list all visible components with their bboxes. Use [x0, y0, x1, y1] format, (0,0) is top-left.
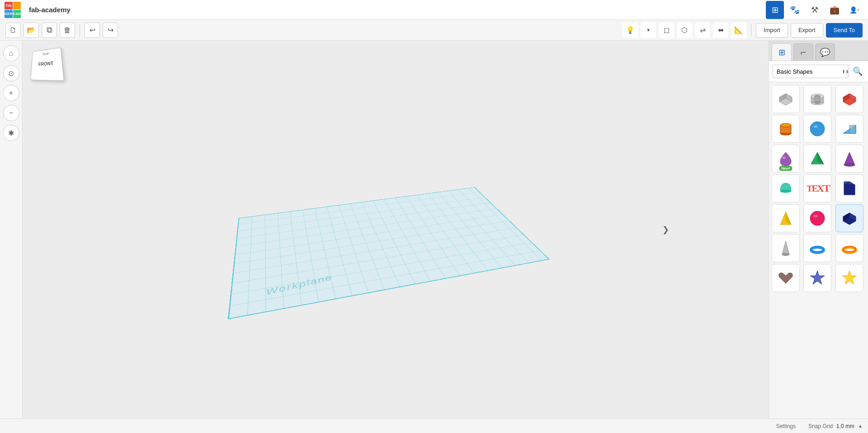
star-yellow-shape-icon — [840, 268, 859, 288]
align-button[interactable]: ⇌ — [695, 23, 710, 38]
redo-button[interactable]: ↪ — [103, 23, 118, 38]
activity-button[interactable]: 🐾 — [786, 1, 804, 19]
export-button[interactable]: Export — [791, 23, 823, 38]
nav-right: ⊞ 🐾 ⚒ 💼 👤+ — [766, 1, 863, 19]
wedge-blue-shape-item[interactable] — [835, 115, 863, 143]
tools-button[interactable]: ⚒ — [806, 1, 824, 19]
app-logo[interactable]: TIN KER CAD — [5, 2, 21, 18]
star-blue-shape-item[interactable] — [803, 264, 831, 292]
grid-view-button[interactable]: ⊞ — [766, 1, 784, 19]
teardrop-new-shape-item[interactable]: New! — [772, 145, 800, 173]
snap-grid-arrow[interactable]: ▲ — [858, 424, 863, 428]
svg-marker-23 — [844, 152, 855, 165]
svg-marker-19 — [849, 125, 856, 133]
shape-view-button[interactable]: ◻ — [659, 23, 674, 38]
box-shape-item[interactable] — [772, 85, 800, 113]
mirror-button[interactable]: ⬌ — [713, 23, 728, 38]
toolbar-separator-2 — [751, 24, 751, 37]
logo-blank — [13, 2, 21, 10]
star-blue-shape-icon — [807, 268, 827, 288]
pyramid-yellow-shape-item[interactable] — [772, 204, 800, 232]
briefcase-button[interactable]: 💼 — [826, 1, 844, 19]
svg-point-24 — [844, 164, 855, 166]
torus-orange-shape-icon — [840, 238, 859, 258]
pyramid-yellow-shape-icon — [776, 208, 796, 228]
search-shapes-button[interactable]: 🔍 — [851, 65, 864, 78]
import-button[interactable]: Import — [756, 23, 788, 38]
sphere-magenta-shape-icon — [807, 208, 827, 228]
cube-red-shape-icon — [840, 89, 859, 109]
left-sidebar: ⌂ ⊙ + − ✱ — [0, 41, 23, 419]
heart-brown-shape-item[interactable] — [772, 264, 800, 292]
shapes-category-select[interactable]: Basic Shapes Geometric Text Connectors F… — [773, 65, 849, 78]
text-shape-icon: TEXT — [807, 182, 830, 195]
new-button[interactable]: 🗋 — [5, 23, 21, 38]
toolbar-separator-1 — [80, 24, 80, 37]
svg-point-16 — [813, 125, 818, 128]
star-yellow-shape-item[interactable] — [835, 264, 863, 292]
right-panel: ⊞ ⌐ 💬 Basic Shapes Geometric Text Connec… — [769, 41, 868, 419]
svg-marker-36 — [782, 241, 789, 254]
snap-grid-label: Snap Grid — [808, 423, 833, 429]
sphere-blue-shape-item[interactable] — [803, 115, 831, 143]
shapes-tab[interactable]: ⊞ — [772, 43, 792, 61]
toolbar-right: 💡 ▼ ◻ ⬡ ⇌ ⬌ 📐 Import Export Send To — [623, 23, 863, 38]
cube-face[interactable]: TOP FRONT — [30, 47, 64, 81]
dome-teal-shape-item[interactable] — [772, 174, 800, 202]
svg-point-31 — [810, 211, 825, 226]
send-to-button[interactable]: Send To — [826, 23, 863, 38]
svg-point-15 — [810, 122, 825, 136]
undo-button[interactable]: ↩ — [85, 23, 100, 38]
ruler-button[interactable]: 📐 — [731, 23, 746, 38]
cylinder-hole-shape-icon — [807, 89, 827, 109]
3d-viewport[interactable]: TOP FRONT Workplane ❯ — [23, 41, 769, 419]
panel-collapse-button[interactable]: ❯ — [662, 225, 669, 235]
copy-button[interactable]: ⧉ — [42, 23, 57, 38]
sphere-magenta-shape-item[interactable] — [803, 204, 831, 232]
pyramid-green-shape-item[interactable] — [803, 145, 831, 173]
svg-point-32 — [813, 215, 818, 217]
dimension-tab[interactable]: ⌐ — [793, 43, 813, 61]
cylinder-hole-shape-item[interactable] — [803, 85, 831, 113]
wedge-blue-shape-icon — [840, 119, 859, 139]
home-button[interactable]: ⌂ — [3, 45, 19, 61]
light-button[interactable]: 💡 — [623, 23, 638, 38]
torus-orange-shape-item[interactable] — [835, 234, 863, 262]
pentagon-navy-shape-item[interactable] — [835, 174, 863, 202]
hex-button[interactable]: ⬡ — [677, 23, 692, 38]
pyramid-green-shape-icon — [807, 149, 827, 169]
zoom-in-button[interactable]: + — [3, 85, 19, 101]
panel-tabs: ⊞ ⌐ 💬 — [769, 41, 868, 61]
cube-red-shape-item[interactable] — [835, 85, 863, 113]
svg-point-14 — [780, 123, 791, 127]
toolbar: 🗋 📂 ⧉ 🗑 ↩ ↪ 💡 ▼ ◻ ⬡ ⇌ ⬌ 📐 Import Export … — [0, 20, 868, 41]
cone-purple-shape-item[interactable] — [835, 145, 863, 173]
cube-navigator[interactable]: TOP FRONT — [30, 48, 61, 80]
box-navy-shape-icon — [840, 208, 859, 228]
workplane[interactable]: Workplane — [228, 187, 550, 319]
shapes-dropdown-row: Basic Shapes Geometric Text Connectors F… — [769, 61, 868, 82]
cone-grey-shape-item[interactable] — [772, 234, 800, 262]
delete-button[interactable]: 🗑 — [60, 23, 75, 38]
svg-rect-26 — [844, 185, 855, 195]
torus-blue-shape-item[interactable] — [803, 234, 831, 262]
light-dropdown[interactable]: ▼ — [641, 23, 656, 38]
settings-label: Settings — [776, 423, 796, 429]
settings-left-button[interactable]: ✱ — [3, 125, 19, 141]
open-button[interactable]: 📂 — [24, 23, 39, 38]
main-area: ⌂ ⊙ + − ✱ TOP FRONT Workplane ❯ ⊞ — [0, 41, 868, 419]
text-red-shape-item[interactable]: TEXT — [803, 174, 831, 202]
logo-tin: TIN — [5, 2, 13, 10]
snap-grid-value: 1.0 mm — [836, 423, 854, 429]
svg-point-20 — [782, 156, 786, 159]
add-user-button[interactable]: 👤+ — [845, 1, 863, 19]
workplane-grid: Workplane — [228, 187, 550, 319]
notes-tab[interactable]: 💬 — [815, 43, 835, 61]
zoom-out-button[interactable]: − — [3, 105, 19, 121]
shapes-grid: New! — [769, 82, 868, 419]
box-navy-shape-item[interactable] — [835, 204, 863, 232]
fit-view-button[interactable]: ⊙ — [3, 65, 19, 81]
workplane-container: Workplane — [241, 163, 522, 312]
cylinder-orange-shape-item[interactable] — [772, 115, 800, 143]
bottom-bar: Settings Snap Grid 1.0 mm ▲ — [0, 419, 868, 433]
